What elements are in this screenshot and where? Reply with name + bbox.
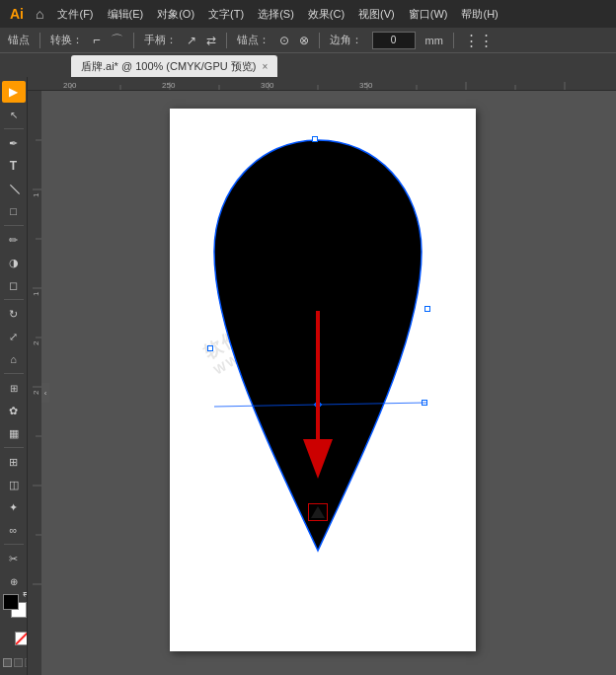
- handle-type-btn[interactable]: ↗: [187, 34, 196, 47]
- swap-colors-icon[interactable]: ⇄: [23, 588, 28, 598]
- pen-tool-btn[interactable]: ✒: [2, 132, 26, 154]
- zoom-tool-btn[interactable]: ⊕: [2, 570, 26, 592]
- menu-effect[interactable]: 效果(C): [302, 5, 350, 24]
- anchor-show-btn[interactable]: ⊙: [279, 34, 289, 47]
- tool-sep-2: [4, 225, 24, 226]
- menu-object[interactable]: 对象(O): [151, 5, 200, 24]
- none-swatch[interactable]: [15, 632, 28, 645]
- anchor2-label: 锚点：: [237, 33, 270, 47]
- handle-equal-btn[interactable]: ⇄: [206, 34, 216, 47]
- transform-smooth-btn[interactable]: ⌒: [111, 32, 123, 49]
- app-logo: Ai: [6, 4, 28, 24]
- svg-text:2: 2: [32, 390, 40, 395]
- warp-tool-btn[interactable]: ⌂: [2, 348, 26, 370]
- select-tool-btn[interactable]: ▶: [2, 81, 26, 103]
- menu-window[interactable]: 窗口(W): [403, 5, 454, 24]
- paintbrush-tool-btn[interactable]: ✏: [2, 229, 26, 251]
- stroke-fill-area: [3, 626, 28, 645]
- more-options-btn[interactable]: ⋮⋮: [464, 32, 494, 49]
- menu-view[interactable]: 视图(V): [352, 5, 401, 24]
- svg-text:1: 1: [32, 291, 40, 296]
- menu-text[interactable]: 文字(T): [202, 5, 250, 24]
- shield-svg: [209, 138, 426, 553]
- edge-label: 边角：: [330, 33, 362, 47]
- scale-tool-btn[interactable]: ⤢: [2, 326, 26, 347]
- separator-1: [39, 33, 40, 48]
- svg-rect-0: [41, 77, 614, 91]
- options-toolbar: 锚点 转换： ⌐ ⌒ 手柄： ↗ ⇄ 锚点： ⊙ ⊗ 边角： mm ⋮⋮: [0, 28, 616, 53]
- artboard: 软件自学网 WWW.RJZXW.COM: [170, 109, 476, 651]
- separator-4: [319, 33, 320, 48]
- separator-3: [226, 33, 227, 48]
- mesh-tool-btn[interactable]: ⊞: [2, 451, 26, 473]
- edge-unit-label: mm: [425, 35, 443, 46]
- svg-text:350: 350: [359, 81, 373, 90]
- menu-edit[interactable]: 编辑(E): [102, 5, 150, 24]
- tool-sep-3: [4, 299, 24, 300]
- color-swatches: ⇄: [3, 594, 28, 626]
- outline-mode-btn[interactable]: [14, 658, 23, 667]
- tool-sep-5: [4, 447, 24, 448]
- transform-label: 转换：: [50, 33, 83, 47]
- anchor-hide-btn[interactable]: ⊗: [299, 34, 309, 47]
- blob-tool-btn[interactable]: ◑: [2, 252, 26, 273]
- svg-text:1: 1: [32, 192, 40, 197]
- symbol-tool-btn[interactable]: ✿: [2, 400, 26, 421]
- tab-bar: 盾牌.ai* @ 100% (CMYK/GPU 预览) ×: [0, 53, 616, 77]
- tab-filename: 盾牌.ai* @ 100% (CMYK/GPU 预览): [81, 59, 256, 74]
- eraser-tool-btn[interactable]: ◻: [2, 274, 26, 296]
- canvas-container[interactable]: 软件自学网 WWW.RJZXW.COM: [41, 91, 616, 675]
- screen-mode-area: [3, 658, 28, 667]
- left-toolbar: ▶ ↖ ✒ T | □ ✏ ◑ ◻ ↻ ⤢ ⌂ ⊞ ✿ ▦ ⊞ ◫ ✦ ∞ ✂ …: [0, 77, 28, 675]
- svg-text:300: 300: [261, 81, 274, 90]
- svg-text:250: 250: [162, 81, 176, 90]
- free-transform-btn[interactable]: ⊞: [2, 377, 26, 399]
- eyedropper-tool-btn[interactable]: ✦: [2, 496, 26, 518]
- menu-select[interactable]: 选择(S): [252, 5, 300, 24]
- menu-file[interactable]: 文件(F): [51, 5, 99, 24]
- direct-select-tool-btn[interactable]: ↖: [2, 104, 26, 125]
- title-bar: Ai ⌂ 文件(F) 编辑(E) 对象(O) 文字(T) 选择(S) 效果(C)…: [0, 0, 616, 28]
- fullscreen-mode-btn[interactable]: [25, 658, 28, 667]
- canvas-area: 1 1 2 2 1 1 5 2 2 3: [28, 91, 616, 675]
- home-icon[interactable]: ⌂: [36, 6, 43, 22]
- graph-tool-btn[interactable]: ▦: [2, 422, 26, 444]
- ruler-top-svg: 200 250 300 350: [41, 77, 614, 91]
- document-tab[interactable]: 盾牌.ai* @ 100% (CMYK/GPU 预览) ×: [71, 55, 277, 77]
- tool-sep-4: [4, 373, 24, 374]
- svg-text:200: 200: [63, 81, 77, 90]
- canvas-wrapper: 200 250 300 350: [28, 77, 616, 675]
- rect-tool-btn[interactable]: □: [2, 200, 26, 222]
- separator-5: [453, 33, 454, 48]
- svg-text:2: 2: [32, 340, 40, 345]
- transform-corner-btn[interactable]: ⌐: [93, 33, 101, 47]
- ruler-top: 200 250 300 350: [28, 77, 616, 91]
- normal-mode-btn[interactable]: [3, 658, 12, 667]
- menu-bar: 文件(F) 编辑(E) 对象(O) 文字(T) 选择(S) 效果(C) 视图(V…: [51, 5, 503, 24]
- tab-close-btn[interactable]: ×: [262, 61, 268, 72]
- panel-collapse-arrow[interactable]: ‹: [41, 383, 49, 403]
- tool-sep-6: [4, 544, 24, 545]
- edge-value-input[interactable]: [372, 32, 416, 49]
- anchor-label: 锚点: [8, 33, 30, 47]
- handle-label: 手柄：: [144, 33, 177, 47]
- menu-help[interactable]: 帮助(H): [455, 5, 503, 24]
- rotate-tool-btn[interactable]: ↻: [2, 303, 26, 325]
- foreground-color-swatch[interactable]: [3, 594, 19, 610]
- slice-tool-btn[interactable]: ✂: [2, 548, 26, 569]
- separator-2: [133, 33, 134, 48]
- svg-rect-16: [28, 91, 41, 675]
- main-layout: ▶ ↖ ✒ T | □ ✏ ◑ ◻ ↻ ⤢ ⌂ ⊞ ✿ ▦ ⊞ ◫ ✦ ∞ ✂ …: [0, 77, 616, 675]
- blend-tool-btn[interactable]: ∞: [2, 519, 26, 541]
- gradient-tool-btn[interactable]: ◫: [2, 474, 26, 495]
- ruler-side: 1 1 2 2 1 1 5 2 2 3: [28, 91, 41, 675]
- ruler-side-svg: 1 1 2 2 1 1 5 2 2 3: [28, 91, 41, 675]
- tool-sep-1: [4, 128, 24, 129]
